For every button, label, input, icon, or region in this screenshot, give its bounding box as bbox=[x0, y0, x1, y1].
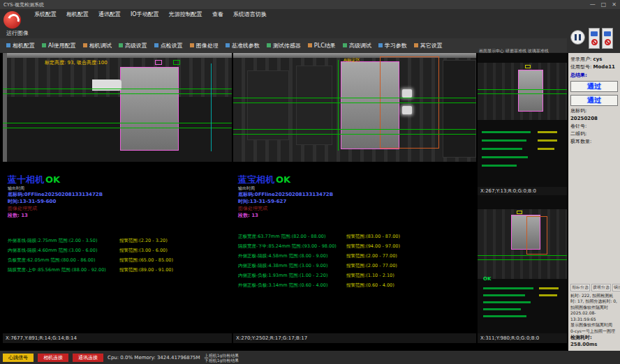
overlay-green-line bbox=[478, 93, 567, 94]
right-result-text: 蓝宝相机OK 输出时间 底标码:0FFline2025020813313472B… bbox=[238, 174, 473, 290]
toolbar-camera-debug[interactable]: 相机调试 bbox=[80, 42, 115, 50]
right-camera-image[interactable]: AI标定区 bbox=[233, 53, 476, 162]
menu-item-system-config[interactable]: 系统配置 bbox=[29, 10, 61, 18]
toolbar-spot-check[interactable]: 点检设置 bbox=[151, 42, 186, 50]
preview-camera-1[interactable] bbox=[478, 53, 567, 187]
preview-camera-2[interactable]: OK bbox=[478, 195, 567, 333]
timing-stats: 耗时: 222, 拍照检测耗 时: 17, 拍照分选耗时: 0, 拍照图像软件隔… bbox=[570, 293, 618, 349]
bright-part bbox=[402, 106, 412, 114]
login-user-label: 登录用户: bbox=[570, 56, 591, 62]
measurement-row: 内侧正极-隔膜:4.38mm 范围:(3.00 - 9.00) 报警范围:(2.… bbox=[238, 261, 473, 271]
sidebar-spacer bbox=[570, 146, 618, 284]
overlay-cyan-line bbox=[211, 63, 212, 151]
alarm-range: 报警范围:(3.00 - 6.00) bbox=[119, 245, 168, 255]
left-camera-image[interactable]: 标定高度: 93, 吸合高度:100 bbox=[3, 53, 232, 162]
pause-button[interactable] bbox=[570, 30, 585, 45]
tool-icon bbox=[267, 43, 271, 47]
alarm-line-marker bbox=[538, 139, 557, 142]
left-coordinates-bar: X:7677,Y:891;R:14;G:14;B:14 bbox=[3, 333, 232, 343]
toolbar-other-settings[interactable]: 其它设置 bbox=[411, 42, 446, 50]
toolbar-advanced-debug[interactable]: 高级调试 bbox=[339, 42, 375, 50]
alarm-range: 报警范围:(0.60 - 4.00) bbox=[346, 280, 394, 290]
alarm-range: 报警范围:(2.00 - 77.00) bbox=[346, 251, 397, 261]
result-box-1: 通过 bbox=[570, 81, 618, 92]
model-label: 使用型号: bbox=[570, 64, 591, 70]
toolbar-sensor-test[interactable]: 测试传感器 bbox=[263, 42, 304, 50]
app-window: CYS-视觉检测系统 — □ ✕ 系统配置 相机配置 通讯配置 IO手动配置 光… bbox=[0, 0, 620, 364]
output-time-label: 输出时间 bbox=[8, 185, 229, 191]
overlay-green-vline bbox=[338, 60, 339, 151]
cpu-memory-text: Cpu: 0.0% Memory: 3424.41796875M bbox=[108, 355, 200, 361]
menu-item-view[interactable]: 查看 bbox=[207, 10, 228, 18]
toolbar-camera-config[interactable]: 相机配置 bbox=[3, 42, 38, 50]
preview-ok-label: OK bbox=[483, 276, 491, 282]
toolbar-ai-config[interactable]: AI使用配置 bbox=[38, 42, 80, 50]
result-line: 蓝十相机OK bbox=[8, 174, 229, 185]
machinery-texture bbox=[3, 58, 232, 97]
overlay-green-line bbox=[233, 103, 476, 103]
login-user-value: cys bbox=[593, 56, 603, 62]
time-line: 时间:13-31-59-600 bbox=[8, 198, 229, 205]
process-status-line: 图像处理完成 bbox=[8, 205, 229, 212]
tab-sorting-2[interactable]: 拨嘴分选 bbox=[591, 284, 611, 291]
toolbar-learn-params[interactable]: 学习参数 bbox=[375, 42, 411, 50]
camera-result-title: 蓝十相机 bbox=[8, 174, 44, 185]
barcode-value: 20250208 bbox=[570, 115, 618, 123]
camera-toggle-button-1[interactable] bbox=[589, 28, 600, 49]
menu-item-io-manual[interactable]: IO手动配置 bbox=[126, 10, 164, 18]
tab-sorting-3[interactable]: 钢接换线 bbox=[612, 284, 620, 291]
alarm-range: 报警范围:(2.00 - 77.00) bbox=[346, 261, 397, 271]
total-result-label: 总结果: bbox=[570, 71, 618, 79]
stat-line: 2025.02.08-13:31:59:65 bbox=[570, 310, 618, 322]
toolbar-image-processing[interactable]: 图像处理 bbox=[186, 42, 222, 50]
qr-code-label: 二维码: bbox=[570, 130, 618, 138]
machinery-edge bbox=[3, 53, 7, 162]
part-highlight-rect bbox=[518, 70, 543, 112]
measurement-row: 内侧正极-负极:1.93mm 范围:(1.00 - 2.20) 报警范围:(1.… bbox=[238, 271, 473, 280]
lower-camera-queue: 下相机1g待检结果 bbox=[205, 358, 239, 363]
tab-sorting-1[interactable]: 期标分选 bbox=[570, 284, 590, 291]
camera-toggle-button-2[interactable] bbox=[602, 28, 613, 49]
machinery-block bbox=[443, 60, 476, 158]
camera-result-title: 蓝宝相机 bbox=[238, 174, 274, 185]
text-line-marker bbox=[483, 301, 531, 303]
roll-number-label: 卷针号: bbox=[570, 123, 618, 130]
toolbar-advanced-settings[interactable]: 高级设置 bbox=[115, 42, 151, 50]
output-time-label: 输出时间 bbox=[238, 185, 473, 191]
overlay-green-line bbox=[233, 129, 476, 130]
ai-region-label: AI标定区 bbox=[344, 57, 360, 63]
text-line-marker bbox=[482, 165, 517, 167]
measurement-value: 负极宽度:62.05mm 范围:(80.00 - 86.00) bbox=[8, 255, 119, 265]
disable-icon bbox=[605, 39, 611, 45]
stat-line: 时: 17, 拍照分选耗时: 0, bbox=[570, 298, 618, 305]
maximize-icon[interactable]: □ bbox=[601, 1, 607, 8]
tool-icon bbox=[378, 43, 383, 47]
menu-item-camera-config[interactable]: 相机配置 bbox=[61, 10, 94, 18]
measurement-value: 内侧正极-负极:1.93mm 范围:(1.00 - 2.20) bbox=[238, 271, 346, 280]
measurement-value: 内侧正极-隔膜:4.38mm 范围:(3.00 - 9.00) bbox=[238, 261, 346, 271]
stat-line: 0-cys一号上拍照一图理 bbox=[570, 328, 618, 335]
text-line-marker bbox=[482, 139, 526, 142]
left-camera-panel: 标定高度: 93, 吸合高度:100 蓝十相机OK 输出时间 底标码:0FFli… bbox=[3, 53, 232, 333]
legend-box-yellow bbox=[525, 65, 531, 68]
image-top-band bbox=[3, 53, 232, 58]
status-bar: 心跳信号 相机连接 通讯连接 Cpu: 0.0% Memory: 3424.41… bbox=[0, 351, 620, 364]
menu-item-light-control[interactable]: 光源控制配置 bbox=[164, 10, 207, 18]
minimize-icon[interactable]: — bbox=[590, 1, 596, 8]
left-result-text: 蓝十相机OK 输出时间 底标码:0FFline2025020813313472B… bbox=[8, 174, 229, 275]
tool-icon bbox=[308, 43, 312, 47]
close-icon[interactable]: ✕ bbox=[612, 1, 617, 8]
toolbar-plc-result[interactable]: PLC结果 bbox=[304, 42, 339, 50]
alarm-range: 报警范围:(65.00 - 85.00) bbox=[119, 255, 173, 265]
text-line-marker bbox=[482, 156, 528, 158]
alarm-line-marker bbox=[539, 294, 557, 296]
camera-icon bbox=[591, 31, 598, 36]
text-line-marker bbox=[483, 287, 533, 289]
barcode-row: 底标码: bbox=[570, 107, 618, 115]
measurement-row: 隔膜宽度-下中:85.24mm 范围:(93.00 - 98.00) 报警范围:… bbox=[238, 241, 473, 251]
menu-item-comm-config[interactable]: 通讯配置 bbox=[94, 10, 126, 18]
text-line-marker bbox=[483, 294, 525, 296]
alarm-line-marker bbox=[539, 287, 559, 289]
toolbar-baseline-params[interactable]: 基准线参数 bbox=[222, 42, 263, 50]
menu-item-language[interactable]: 系统语言切换 bbox=[228, 10, 272, 18]
